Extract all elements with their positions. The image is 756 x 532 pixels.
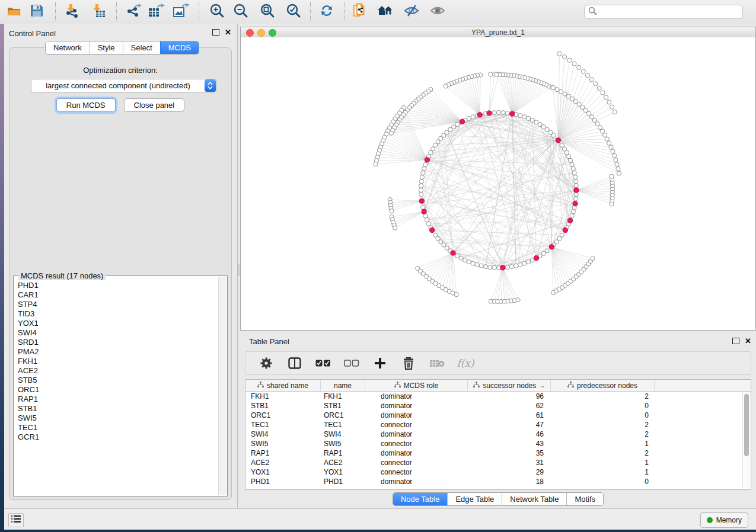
export-image-button[interactable] xyxy=(173,4,190,20)
eye-slash-icon xyxy=(404,4,419,20)
export-table-button[interactable] xyxy=(148,4,165,20)
control-panel: Control Panel ✕ NetworkStyleSelectMCDS O… xyxy=(4,24,238,508)
tab-network[interactable]: Network xyxy=(46,41,90,54)
mcds-result-item[interactable]: SWI5 xyxy=(14,414,219,423)
table-row[interactable]: SWI4SWI4dominator462 xyxy=(245,430,751,439)
zoom-out-button[interactable] xyxy=(232,4,249,20)
hide-selected-button[interactable] xyxy=(403,4,420,20)
tab-select[interactable]: Select xyxy=(123,41,160,54)
table-row[interactable]: ORC1ORC1dominator610 xyxy=(245,411,751,420)
mcds-result-item[interactable]: PMA2 xyxy=(14,347,219,357)
mcds-result-item[interactable]: SWI4 xyxy=(14,328,219,338)
tab-edge-table[interactable]: Edge Table xyxy=(447,493,502,505)
export-network-icon xyxy=(126,4,142,20)
table-cell: ACE2 xyxy=(245,459,321,467)
table-scrollbar[interactable] xyxy=(742,392,750,488)
table-row[interactable]: SWI5SWI5connector431 xyxy=(245,439,751,448)
shared-column-icon xyxy=(567,382,574,390)
table-row[interactable]: TEC1TEC1connector472 xyxy=(245,420,751,430)
tab-style[interactable]: Style xyxy=(90,41,123,54)
float-panel-icon[interactable] xyxy=(212,29,219,36)
mcds-result-title: MCDS result (17 nodes) xyxy=(18,271,106,280)
tab-motifs[interactable]: Motifs xyxy=(566,493,603,505)
search-input[interactable] xyxy=(599,7,742,17)
mcds-result-list[interactable]: PHD1CAR1STP4TID3YOX1SWI4SRD1PMA2FKH1ACE2… xyxy=(14,281,219,495)
open-session-button[interactable] xyxy=(6,4,23,20)
column-header-mcds-role[interactable]: MCDS role xyxy=(365,380,468,391)
mcds-result-item[interactable]: TID3 xyxy=(14,309,219,319)
run-mcds-button[interactable]: Run MCDS xyxy=(56,98,116,112)
show-hidden-button[interactable] xyxy=(429,4,446,20)
table-cell: 0 xyxy=(551,411,655,419)
task-history-button[interactable] xyxy=(8,513,24,527)
criterion-dropdown[interactable]: largest connected component (undirected) xyxy=(31,79,216,92)
table-row[interactable]: RAP1RAP1dominator352 xyxy=(245,448,751,458)
table-cell: 29 xyxy=(468,468,551,476)
delete-column-icon[interactable] xyxy=(401,355,416,371)
export-table-icon xyxy=(148,4,165,20)
network-window-titlebar[interactable]: YPA_prune.txt_1 xyxy=(241,27,755,38)
zoom-in-button[interactable] xyxy=(209,4,225,20)
table-cell: 2 xyxy=(551,449,655,457)
export-network-button[interactable] xyxy=(126,4,142,20)
network-svg xyxy=(241,37,755,330)
save-session-button[interactable] xyxy=(28,4,45,20)
table-cell: 1 xyxy=(551,468,655,476)
toggle-panel-icon[interactable] xyxy=(287,355,302,371)
tab-mcds[interactable]: MCDS xyxy=(160,41,199,54)
table-row[interactable]: FKH1FKH1dominator962 xyxy=(245,392,751,401)
add-column-icon[interactable] xyxy=(372,355,388,371)
float-table-panel-icon[interactable] xyxy=(732,338,739,344)
unselect-all-columns-icon[interactable] xyxy=(344,355,359,371)
table-row[interactable]: ACE2ACE2connector311 xyxy=(245,458,751,467)
mcds-result-item[interactable]: FKH1 xyxy=(14,357,219,366)
mcds-result-item[interactable]: ORC1 xyxy=(14,385,219,395)
mcds-result-item[interactable]: PHD1 xyxy=(14,281,219,290)
toolbar-separator xyxy=(199,2,199,21)
show-all-networks-button[interactable] xyxy=(377,4,394,20)
refresh-view-button[interactable] xyxy=(318,4,335,20)
mcds-result-item[interactable]: CAR1 xyxy=(14,290,219,300)
import-table-button[interactable] xyxy=(90,4,107,20)
mcds-result-item[interactable]: YOX1 xyxy=(14,319,219,328)
table-options-gear-icon[interactable] xyxy=(259,355,274,371)
close-table-panel-icon[interactable]: ✕ xyxy=(745,338,751,344)
toolbar-separator xyxy=(55,2,56,21)
mcds-result-item[interactable]: SRD1 xyxy=(14,338,219,347)
table-row[interactable]: PHD1PHD1dominator180 xyxy=(245,477,751,486)
column-header-successor-nodes[interactable]: successor nodes⌄ xyxy=(468,380,551,391)
toolbar-separator xyxy=(344,2,344,21)
mcds-result-item[interactable]: RAP1 xyxy=(14,395,219,404)
zoom-fit-button[interactable] xyxy=(259,4,276,20)
close-panel-button[interactable]: Close panel xyxy=(124,98,185,112)
mcds-result-item[interactable]: ACE2 xyxy=(14,366,219,376)
import-network-button[interactable] xyxy=(64,4,81,20)
column-header-predecessor-nodes[interactable]: predecessor nodes xyxy=(551,380,655,391)
mcds-list-scrollbar[interactable] xyxy=(218,277,227,495)
mcds-result-item[interactable]: TEC1 xyxy=(14,423,219,432)
table-cell: RAP1 xyxy=(245,449,321,457)
app-main: Control Panel ✕ NetworkStyleSelectMCDS O… xyxy=(4,24,756,529)
clone-network-button[interactable] xyxy=(352,4,368,20)
open-folder-icon xyxy=(7,5,21,19)
column-header-shared-name[interactable]: shared name xyxy=(245,380,321,391)
tab-node-table[interactable]: Node Table xyxy=(393,493,448,505)
table-row[interactable]: STB1STB1dominator620 xyxy=(245,401,751,411)
table-cell: SWI4 xyxy=(321,430,365,438)
mcds-result-item[interactable]: STB1 xyxy=(14,404,219,414)
memory-button[interactable]: Memory xyxy=(700,512,748,528)
mcds-result-item[interactable]: GCR1 xyxy=(14,432,219,442)
criterion-dropdown-value: largest connected component (undirected) xyxy=(31,81,205,90)
select-all-columns-icon[interactable] xyxy=(315,355,331,371)
network-canvas[interactable] xyxy=(241,37,755,330)
zoom-selected-button[interactable] xyxy=(285,4,302,20)
mcds-result-item[interactable]: STB5 xyxy=(14,376,219,385)
mcds-result-item[interactable]: STP4 xyxy=(14,300,219,309)
close-panel-icon[interactable]: ✕ xyxy=(225,30,231,36)
control-panel-tabs: NetworkStyleSelectMCDS xyxy=(45,41,199,55)
table-row[interactable]: YOX1YOX1connector291 xyxy=(245,467,751,477)
tab-network-table[interactable]: Network Table xyxy=(502,493,566,505)
table-scrollbar-thumb[interactable] xyxy=(744,394,749,456)
table-cell: STB1 xyxy=(321,402,365,410)
column-header-name[interactable]: name xyxy=(321,380,365,391)
